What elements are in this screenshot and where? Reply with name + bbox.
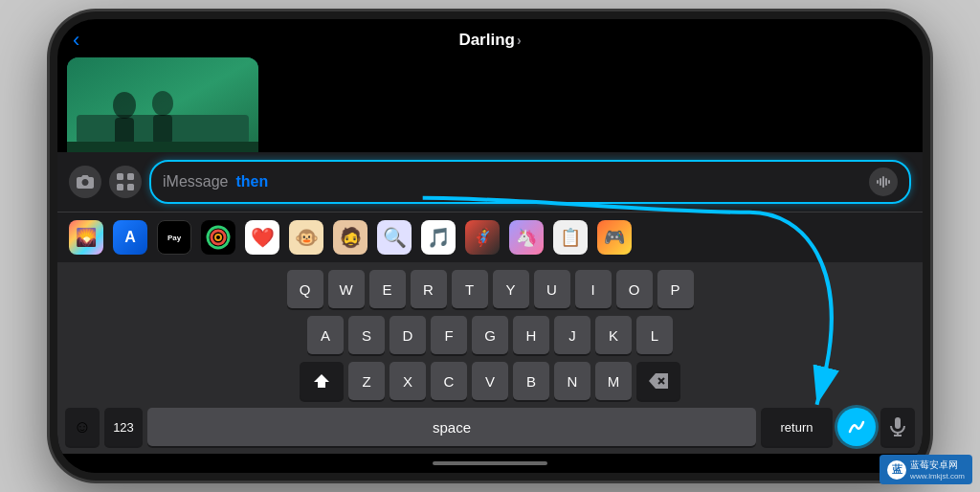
key-s[interactable]: S: [348, 316, 385, 354]
app-strip: 🌄 A Pay: [57, 212, 923, 262]
svg-rect-8: [127, 173, 134, 180]
contact-name: Darling: [458, 31, 515, 50]
audio-button[interactable]: [869, 168, 898, 196]
messages-app: ‹ Darling ›: [57, 19, 923, 473]
key-t[interactable]: T: [452, 270, 488, 308]
key-j[interactable]: J: [554, 316, 590, 354]
svg-rect-10: [127, 184, 134, 190]
numbers-key[interactable]: 123: [104, 408, 143, 446]
key-x[interactable]: X: [390, 362, 426, 400]
keyboard-row-1: Q W E R T Y U I O P: [61, 270, 919, 308]
svg-rect-3: [115, 118, 134, 145]
key-k[interactable]: K: [595, 316, 632, 354]
audio-icon: [876, 174, 891, 190]
scribble-icon: [846, 416, 867, 437]
scribble-key[interactable]: [837, 408, 876, 446]
phone-screen: ‹ Darling ›: [57, 19, 923, 473]
app-icon-photos[interactable]: 🌄: [69, 220, 103, 255]
svg-rect-6: [67, 142, 258, 152]
nav-bar: ‹ Darling ›: [57, 19, 923, 57]
input-placeholder: iMessage: [163, 173, 228, 190]
music-icon: 🎵: [427, 226, 451, 249]
emoji-key[interactable]: ☺: [65, 408, 100, 446]
app-icon-globe[interactable]: 🔍: [377, 220, 412, 255]
app-icon-game[interactable]: 🎮: [597, 220, 632, 255]
key-a[interactable]: A: [307, 316, 344, 354]
svg-rect-11: [877, 180, 879, 184]
home-indicator: [57, 454, 923, 473]
key-v[interactable]: V: [472, 362, 508, 400]
applepay-icon: Pay: [167, 234, 181, 242]
key-c[interactable]: C: [431, 362, 467, 400]
pony-icon: 🦄: [516, 227, 537, 248]
key-w[interactable]: W: [328, 270, 365, 308]
watermark-logo: 蓝: [887, 460, 906, 480]
monkey-icon: 🐵: [295, 226, 319, 249]
key-r[interactable]: R: [411, 270, 447, 308]
svg-rect-7: [117, 173, 123, 180]
mic-key[interactable]: [880, 408, 915, 446]
input-bar: iMessage then: [57, 152, 923, 212]
key-y[interactable]: Y: [493, 270, 529, 308]
apps-button[interactable]: [109, 166, 142, 198]
app-icon-hero[interactable]: 🦸: [465, 220, 500, 255]
svg-point-4: [152, 91, 173, 116]
key-q[interactable]: Q: [287, 270, 323, 308]
key-g[interactable]: G: [472, 316, 508, 354]
key-l[interactable]: L: [636, 316, 673, 354]
app-icon-heart[interactable]: ❤️: [245, 220, 279, 255]
key-o[interactable]: O: [616, 270, 653, 308]
app-icon-applepay[interactable]: Pay: [157, 220, 191, 255]
game-icon: 🎮: [604, 227, 625, 248]
nav-title[interactable]: Darling ›: [458, 31, 521, 50]
memoji-icon: 🧔: [339, 226, 363, 249]
emoji-icon: ☺: [74, 417, 91, 437]
key-h[interactable]: H: [513, 316, 549, 354]
keyboard: Q W E R T Y U I O P A S D F G: [57, 262, 923, 454]
key-i[interactable]: I: [575, 270, 612, 308]
app-icon-pony[interactable]: 🦄: [509, 220, 544, 255]
watermark-text: 蓝莓安卓网 www.lmkjst.com: [910, 458, 965, 481]
return-key[interactable]: return: [761, 408, 833, 446]
keyboard-row-2: A S D F G H J K L: [61, 316, 919, 354]
media-thumbnail[interactable]: [67, 57, 258, 152]
camera-button[interactable]: [69, 166, 101, 198]
svg-rect-14: [885, 178, 887, 186]
key-m[interactable]: M: [595, 362, 632, 400]
svg-rect-5: [153, 115, 172, 144]
shift-key[interactable]: [300, 362, 344, 400]
svg-point-2: [113, 92, 136, 119]
stickers-icon: 📋: [560, 227, 581, 248]
svg-rect-9: [117, 184, 123, 190]
fitness-icon: [205, 224, 232, 251]
key-f[interactable]: F: [431, 316, 467, 354]
app-icon-monkey[interactable]: 🐵: [289, 220, 323, 255]
space-key[interactable]: space: [147, 408, 756, 446]
key-b[interactable]: B: [513, 362, 549, 400]
svg-marker-19: [314, 374, 329, 388]
app-icon-music[interactable]: 🎵: [421, 220, 456, 255]
heart-icon: ❤️: [251, 226, 275, 249]
app-icon-fitness[interactable]: [201, 220, 235, 255]
key-u[interactable]: U: [534, 270, 570, 308]
app-icon-appstore[interactable]: A: [113, 220, 147, 255]
media-thumbnail-inner: [67, 57, 258, 152]
key-d[interactable]: D: [390, 316, 426, 354]
app-icon-stickers[interactable]: 📋: [553, 220, 588, 255]
shift-icon: [313, 372, 330, 390]
app-icon-memoji[interactable]: 🧔: [333, 220, 368, 255]
delete-key[interactable]: [636, 362, 680, 400]
svg-rect-20: [895, 417, 901, 429]
delete-icon: [649, 373, 668, 389]
home-bar: [433, 461, 547, 465]
key-p[interactable]: P: [657, 270, 694, 308]
space-label: space: [433, 419, 471, 436]
svg-rect-15: [888, 180, 890, 184]
camera-icon: [77, 175, 94, 189]
key-n[interactable]: N: [554, 362, 590, 400]
back-button[interactable]: ‹: [73, 28, 79, 53]
message-input-field[interactable]: iMessage then: [149, 160, 911, 204]
messages-area: [57, 57, 923, 152]
key-e[interactable]: E: [369, 270, 406, 308]
key-z[interactable]: Z: [348, 362, 385, 400]
